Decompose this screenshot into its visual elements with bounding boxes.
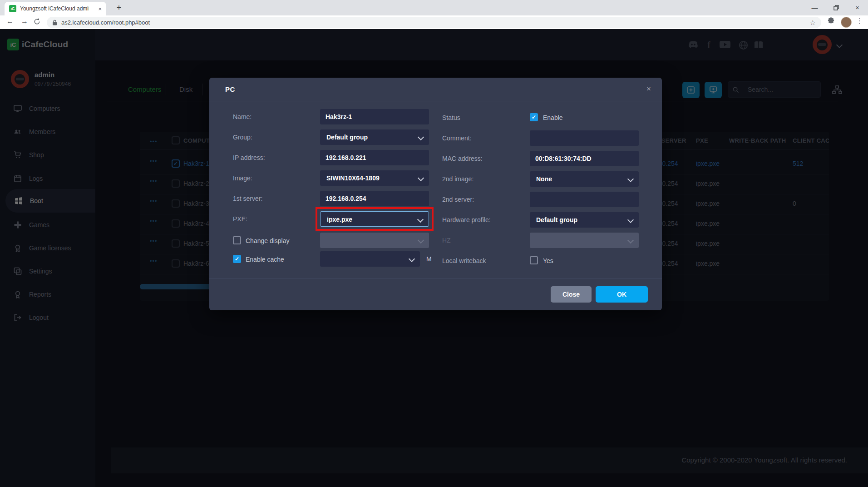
- comment-label: Comment:: [442, 134, 472, 142]
- window-minimize-button[interactable]: —: [804, 0, 825, 15]
- hw-profile-select[interactable]: Default group: [530, 212, 639, 228]
- chevron-down-icon: [627, 176, 634, 182]
- group-select[interactable]: Default group: [320, 129, 429, 145]
- name-label: Name:: [233, 113, 252, 120]
- local-writeback-label: Local writeback: [442, 257, 486, 264]
- forward-button[interactable]: →: [19, 17, 30, 25]
- cache-size-select[interactable]: [320, 251, 420, 267]
- chevron-down-icon: [418, 175, 424, 181]
- screen: iC Youngzsoft iCafeCloud admin × + — × ←…: [0, 0, 868, 487]
- cache-unit-label: M: [426, 255, 432, 263]
- hz-select-disabled: [530, 233, 639, 248]
- local-writeback-checkbox[interactable]: [530, 256, 538, 264]
- chevron-down-icon: [627, 217, 634, 223]
- mac-label: MAC address:: [442, 155, 483, 162]
- hz-label: HZ: [442, 237, 451, 244]
- image2-select[interactable]: None: [530, 171, 639, 187]
- tab-close-icon[interactable]: ×: [98, 5, 102, 12]
- chevron-down-icon: [418, 134, 424, 140]
- status-enable-checkbox[interactable]: ✓: [530, 113, 538, 121]
- change-display-label: Change display: [246, 237, 290, 244]
- comment-input[interactable]: [530, 130, 639, 146]
- window-close-button[interactable]: ×: [847, 0, 868, 15]
- window-restore-button[interactable]: [825, 0, 847, 15]
- new-tab-button[interactable]: +: [113, 2, 125, 14]
- bookmark-star-icon[interactable]: ☆: [810, 19, 816, 27]
- tab-title: Youngzsoft iCafeCloud admin: [20, 5, 89, 12]
- image2-label: 2nd image:: [442, 175, 473, 183]
- image-select[interactable]: SIWIN10X64-1809: [320, 170, 429, 186]
- app-page: f iC iCafeCloud admin 097797250946: [0, 29, 868, 487]
- chevron-down-icon: [627, 237, 634, 244]
- pxe-highlight-annotation: [316, 207, 434, 231]
- extensions-puzzle-icon[interactable]: [827, 17, 835, 25]
- hw-profile-label: Hardware profile:: [442, 216, 491, 224]
- server2-label: 2nd server:: [442, 196, 474, 203]
- status-enable-label: Enable: [543, 114, 563, 121]
- mac-input[interactable]: 00:D8:61:30:74:DD: [530, 151, 639, 166]
- image-label: Image:: [233, 174, 252, 182]
- display-select-disabled: [320, 233, 429, 248]
- enable-cache-checkbox[interactable]: ✓: [233, 255, 241, 263]
- window-controls: — ×: [804, 0, 868, 15]
- modal-title: PC: [225, 85, 235, 93]
- chevron-down-icon: [418, 237, 424, 244]
- pxe-label: PXE:: [233, 215, 247, 223]
- ip-input[interactable]: 192.168.0.221: [320, 150, 429, 165]
- enable-cache-label: Enable cache: [246, 256, 284, 263]
- status-label: Status: [442, 114, 460, 121]
- site-favicon: iC: [9, 5, 16, 12]
- name-input[interactable]: Hak3rz-1: [320, 109, 429, 124]
- back-button[interactable]: ←: [5, 17, 15, 25]
- local-writeback-yes-label: Yes: [543, 257, 553, 264]
- server1-input[interactable]: 192.168.0.254: [320, 191, 429, 206]
- reload-button[interactable]: [34, 18, 44, 25]
- modal-close-icon[interactable]: ×: [646, 84, 651, 94]
- lock-icon: [52, 20, 57, 25]
- chevron-down-icon: [409, 256, 415, 262]
- browser-profile-avatar[interactable]: [841, 17, 852, 28]
- browser-toolbar: ← → as2.icafecloud.com/root.php#boot ☆ ⋮: [0, 15, 868, 29]
- group-label: Group:: [233, 134, 252, 141]
- server2-input[interactable]: [530, 192, 639, 207]
- ip-label: IP address:: [233, 154, 265, 161]
- ok-button[interactable]: OK: [596, 286, 648, 303]
- browser-menu-icon[interactable]: ⋮: [856, 17, 863, 25]
- address-bar[interactable]: as2.icafecloud.com/root.php#boot ☆: [47, 17, 821, 28]
- modal-header: PC ×: [209, 78, 662, 101]
- pc-modal: PC × Name: Hak3rz-1 Group: Default group…: [209, 78, 662, 310]
- server1-label: 1st server:: [233, 195, 262, 202]
- url-text: as2.icafecloud.com/root.php#boot: [61, 19, 150, 26]
- browser-tab-strip: iC Youngzsoft iCafeCloud admin × + — ×: [0, 0, 868, 15]
- modal-footer-divider: [209, 278, 662, 278]
- close-button[interactable]: Close: [551, 286, 592, 303]
- browser-tab[interactable]: iC Youngzsoft iCafeCloud admin ×: [5, 2, 106, 15]
- change-display-checkbox[interactable]: [233, 236, 241, 244]
